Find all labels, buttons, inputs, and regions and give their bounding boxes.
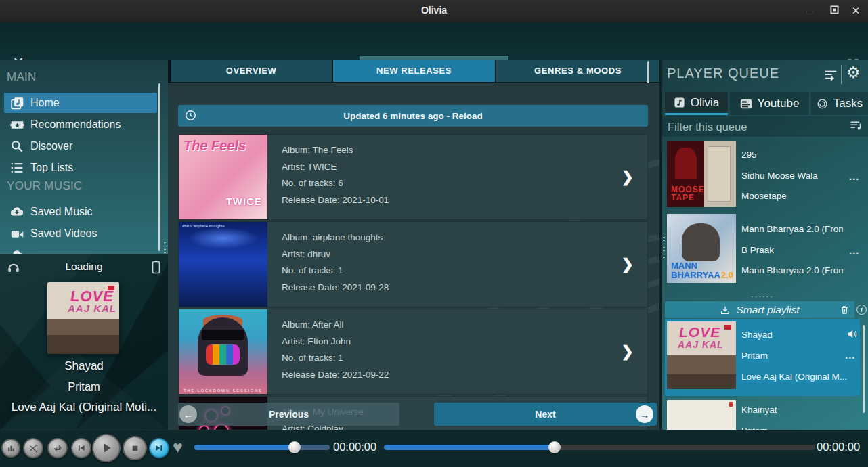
album-name: Album: After All <box>282 319 389 330</box>
tab-new-releases[interactable]: NEW RELEASES <box>333 60 495 82</box>
video-camera-icon <box>9 226 24 241</box>
album-tracks: No. of tracks: 6 <box>282 178 389 188</box>
album-info: Album: The Feels Artist: TWICE No. of tr… <box>282 145 389 205</box>
equalizer-button[interactable] <box>1 439 20 458</box>
shuffle-button[interactable] <box>23 438 43 458</box>
now-playing-track: Shayad <box>0 359 168 373</box>
sidebar-section-your-music: YOUR MUSIC <box>7 179 83 193</box>
queue-filter-input[interactable] <box>662 120 850 133</box>
sidebar-item-label: Saved Videos <box>30 227 97 240</box>
sidebar-item-partial[interactable] <box>4 245 157 254</box>
volume-slider-fill <box>384 445 555 450</box>
info-icon[interactable]: i <box>856 305 867 315</box>
favorite-heart-icon[interactable]: ♥ <box>173 437 183 457</box>
repeat-icon <box>53 443 63 453</box>
tab-overview[interactable]: OVERVIEW <box>171 60 332 82</box>
seek-slider[interactable] <box>194 445 330 450</box>
next-button[interactable]: Next → <box>434 403 657 426</box>
sidebar-item-saved-videos[interactable]: Saved Videos <box>4 223 157 244</box>
queue-tab-label: Olivia <box>691 96 720 110</box>
previous-button[interactable]: ← Previous <box>178 403 399 426</box>
previous-track-icon <box>77 443 86 453</box>
queue-resize-grip[interactable] <box>662 232 666 259</box>
titlebar: Olivia – ✕ <box>0 0 868 22</box>
content-scrollbar[interactable] <box>647 61 649 83</box>
equalizer-icon <box>7 444 16 453</box>
queue-item-album: Moosetape <box>741 191 787 201</box>
queue-item-title: Mann Bharryaa 2.0 (From ... <box>741 224 843 234</box>
queue-tab-olivia[interactable]: Olivia <box>665 92 728 115</box>
sidebar-scrollbar[interactable] <box>158 83 160 251</box>
queue-item-art: LOVE AAJ KAL <box>667 321 736 389</box>
sidebar-item-label: Top Lists <box>30 162 73 174</box>
playlist-music-icon <box>850 120 863 133</box>
chevron-right-icon[interactable]: ❯ <box>622 343 634 361</box>
maximize-icon[interactable] <box>827 5 841 18</box>
queue-tab-tasks[interactable]: Tasks <box>811 92 868 115</box>
album-info: Album: airplane thoughts Artist: dhruv N… <box>282 232 389 292</box>
now-playing-album: Love Aaj Kal (Original Moti... <box>0 401 168 414</box>
queue-item-title: Khairiyat <box>741 405 777 415</box>
queue-filter[interactable] <box>662 116 868 137</box>
smart-playlist-bar[interactable]: Smart playlist <box>665 301 854 318</box>
sidebar-item-top-lists[interactable]: Top Lists <box>4 158 157 178</box>
album-release: Release Date: 2021-09-22 <box>282 370 389 380</box>
label-logo <box>108 286 114 290</box>
sidebar-item-recommendations[interactable]: Recommendations <box>4 114 157 135</box>
item-menu-icon[interactable]: ... <box>845 349 856 361</box>
queue-item[interactable]: MOOSETAPE 295 Sidhu Moose Wala Moosetape… <box>662 139 863 212</box>
next-track-icon <box>154 443 164 453</box>
sidebar-item-label: Home <box>30 97 60 109</box>
gear-icon[interactable]: ⚙ <box>846 64 861 82</box>
trash-icon[interactable] <box>840 305 850 315</box>
chevron-right-icon[interactable]: ❯ <box>622 169 634 186</box>
main-panel: OVERVIEW NEW RELEASES GENRES & MOODS Upd… <box>168 60 659 430</box>
window-title: Olivia <box>0 5 868 16</box>
now-playing-panel: Loading LOVE AAJ KAL Shayad Pritam Love … <box>0 254 168 430</box>
item-menu-icon[interactable]: ... <box>849 245 860 257</box>
queue-item[interactable]: MANN BHARRYAA 2.0 Mann Bharryaa 2.0 (Fro… <box>662 212 863 285</box>
queue-item-art: MOOSETAPE <box>667 141 736 207</box>
album-row[interactable]: THE LOCKDOWN SESSIONS Album: After All A… <box>178 309 648 395</box>
sidebar-item-discover[interactable]: Discover <box>4 136 157 156</box>
next-track-button[interactable] <box>149 438 169 458</box>
queue-item-title: 295 <box>741 150 757 160</box>
tab-genres-moods[interactable]: GENRES & MOODS <box>496 60 659 82</box>
cloud-icon <box>9 248 24 254</box>
queue-item-title: Shayad <box>741 330 773 340</box>
queue-item[interactable]: CHHICHHORE Khairiyat Pritam <box>662 398 863 430</box>
sidebar-resize-grip[interactable] <box>163 241 167 254</box>
art-title-text: AAJ KAL <box>68 303 116 314</box>
speaker-icon[interactable] <box>846 328 858 342</box>
chevron-right-icon[interactable]: ❯ <box>622 256 634 273</box>
phone-icon[interactable] <box>150 261 162 277</box>
album-name: Album: airplane thoughts <box>282 232 389 242</box>
previous-track-button[interactable] <box>71 438 91 458</box>
home-music-icon <box>9 95 24 110</box>
cloud-download-icon <box>9 204 24 219</box>
queue-mode-icon[interactable] <box>823 68 838 85</box>
stop-button[interactable] <box>123 436 147 460</box>
app-header: ✕ Project Olivia - Beta <box>0 22 868 60</box>
numbered-list-icon <box>9 160 24 175</box>
repeat-button[interactable] <box>47 438 68 458</box>
sidebar-item-saved-music[interactable]: Saved Music <box>4 202 157 222</box>
queue-tab-youtube[interactable]: Youtube <box>730 92 809 115</box>
item-menu-icon[interactable]: ... <box>849 171 860 182</box>
previous-button-label: Previous <box>269 409 309 420</box>
queue-scrollbar[interactable] <box>863 325 865 413</box>
sidebar-item-label: Saved Music <box>30 206 93 218</box>
play-button[interactable] <box>92 434 121 462</box>
sidebar-item-home[interactable]: Home <box>4 93 157 113</box>
album-row[interactable]: dhruv airplane thoughts Album: airplane … <box>178 221 648 307</box>
reload-banner[interactable]: Updated 6 minutes ago - Reload <box>178 105 648 127</box>
next-button-label: Next <box>535 409 555 420</box>
minimize-icon[interactable]: – <box>803 5 817 18</box>
close-window-icon[interactable]: ✕ <box>849 5 863 18</box>
volume-slider[interactable] <box>384 445 815 450</box>
album-info: Album: After All Artist: Elton John No. … <box>282 319 389 380</box>
volume-slider-handle[interactable] <box>548 441 561 453</box>
queue-item-playing[interactable]: LOVE AAJ KAL Shayad Pritam Love Aaj Kal … <box>665 319 860 396</box>
album-row[interactable]: The Feels TWICE Album: The Feels Artist:… <box>178 134 648 220</box>
seek-slider-handle[interactable] <box>288 441 301 453</box>
